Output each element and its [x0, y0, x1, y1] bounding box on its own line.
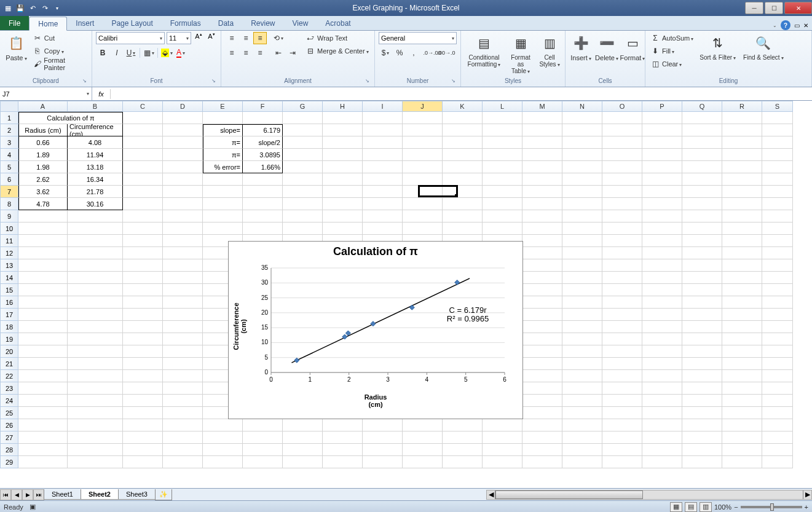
cell[interactable]	[123, 444, 163, 456]
cell[interactable]	[243, 419, 283, 431]
cell[interactable]	[562, 259, 602, 272]
cell[interactable]	[163, 136, 203, 149]
format-table-button[interactable]: ▦Format as Table	[506, 32, 535, 76]
cell[interactable]	[522, 345, 562, 358]
cell[interactable]	[123, 149, 163, 161]
cell[interactable]: slope=	[203, 124, 243, 136]
cell[interactable]	[762, 333, 793, 345]
cell[interactable]	[323, 210, 363, 223]
cell[interactable]	[682, 198, 722, 210]
cell[interactable]: π=	[203, 149, 243, 161]
cell[interactable]	[443, 112, 483, 124]
cell[interactable]	[323, 112, 363, 124]
cell[interactable]	[68, 345, 123, 358]
paste-button[interactable]: 📋 Paste	[4, 32, 29, 63]
cell[interactable]	[522, 395, 562, 407]
cell[interactable]	[682, 395, 722, 407]
cell[interactable]	[483, 149, 522, 161]
chart-xlabel[interactable]: Radius(cm)	[229, 391, 522, 408]
cell[interactable]	[522, 370, 562, 382]
cell[interactable]	[522, 198, 562, 210]
align-left-button[interactable]: ≡	[225, 47, 238, 59]
cell[interactable]	[602, 456, 642, 468]
cell[interactable]	[18, 407, 68, 419]
cell[interactable]	[602, 210, 642, 223]
cell[interactable]	[163, 149, 203, 161]
cell[interactable]	[123, 321, 163, 333]
cell[interactable]	[762, 358, 793, 370]
cell[interactable]	[562, 136, 602, 149]
decrease-indent-button[interactable]: ⇤	[272, 47, 285, 59]
cell[interactable]	[18, 321, 68, 333]
cell[interactable]: 21.78	[68, 186, 123, 198]
cell[interactable]	[762, 272, 793, 284]
column-header[interactable]: R	[722, 101, 762, 112]
cell[interactable]	[602, 296, 642, 309]
cell[interactable]	[762, 431, 793, 444]
align-middle-button[interactable]: ≡	[239, 32, 253, 44]
cell[interactable]: 3.0895	[243, 149, 283, 161]
cell[interactable]	[123, 198, 163, 210]
new-sheet-button[interactable]: ✨	[155, 489, 172, 500]
align-bottom-button[interactable]: ≡	[253, 32, 267, 44]
cell[interactable]	[283, 419, 323, 431]
window-close-icon[interactable]: ✕	[803, 22, 808, 29]
chart-object[interactable]: Calculation of π Circumference(cm) 05101…	[228, 241, 523, 419]
cell[interactable]	[562, 173, 602, 186]
cell[interactable]	[722, 186, 762, 198]
sheet-tab[interactable]: Sheet2	[81, 489, 119, 500]
cell[interactable]	[602, 444, 642, 456]
cell[interactable]	[163, 309, 203, 321]
cell[interactable]	[443, 444, 483, 456]
cell[interactable]	[443, 149, 483, 161]
cell[interactable]	[123, 333, 163, 345]
cell[interactable]	[283, 186, 323, 198]
cell[interactable]	[722, 370, 762, 382]
cell[interactable]	[283, 223, 323, 235]
cell[interactable]	[403, 431, 443, 444]
cell[interactable]	[163, 456, 203, 468]
tab-acrobat[interactable]: Acrobat	[317, 16, 359, 30]
font-size-select[interactable]: 11▾	[167, 32, 191, 44]
cell[interactable]	[483, 456, 522, 468]
wrap-text-button[interactable]: ⮐Wrap Text	[304, 32, 370, 44]
cell[interactable]	[722, 382, 762, 395]
cell[interactable]	[762, 419, 793, 431]
cell[interactable]	[123, 124, 163, 136]
column-header[interactable]: N	[562, 101, 602, 112]
scroll-right-icon[interactable]: ▶	[803, 490, 811, 499]
cell[interactable]	[682, 235, 722, 247]
cell[interactable]	[163, 296, 203, 309]
cell[interactable]	[642, 431, 682, 444]
cell[interactable]	[283, 444, 323, 456]
tab-view[interactable]: View	[284, 16, 317, 30]
cell[interactable]	[642, 112, 682, 124]
cell[interactable]	[522, 456, 562, 468]
cell[interactable]	[642, 247, 682, 259]
cell[interactable]	[722, 173, 762, 186]
cell[interactable]	[18, 456, 68, 468]
cell[interactable]	[18, 431, 68, 444]
column-header[interactable]: K	[443, 101, 483, 112]
cell[interactable]	[363, 186, 403, 198]
cell[interactable]	[363, 136, 403, 149]
cell[interactable]	[363, 161, 403, 173]
cell[interactable]	[203, 112, 243, 124]
cell[interactable]	[163, 161, 203, 173]
cell[interactable]	[642, 309, 682, 321]
column-header[interactable]: S	[762, 101, 793, 112]
cell[interactable]	[123, 272, 163, 284]
cell[interactable]	[562, 284, 602, 296]
cell[interactable]	[403, 161, 443, 173]
row-header[interactable]: 11	[0, 235, 18, 247]
cell[interactable]	[522, 284, 562, 296]
row-header[interactable]: 4	[0, 149, 18, 161]
save-icon[interactable]: 💾	[15, 2, 26, 14]
cell[interactable]: % error=	[203, 161, 243, 173]
cell[interactable]	[123, 296, 163, 309]
row-header[interactable]: 20	[0, 345, 18, 358]
cell[interactable]	[363, 124, 403, 136]
cell[interactable]	[762, 444, 793, 456]
italic-button[interactable]: I	[110, 47, 124, 59]
cell[interactable]	[203, 431, 243, 444]
